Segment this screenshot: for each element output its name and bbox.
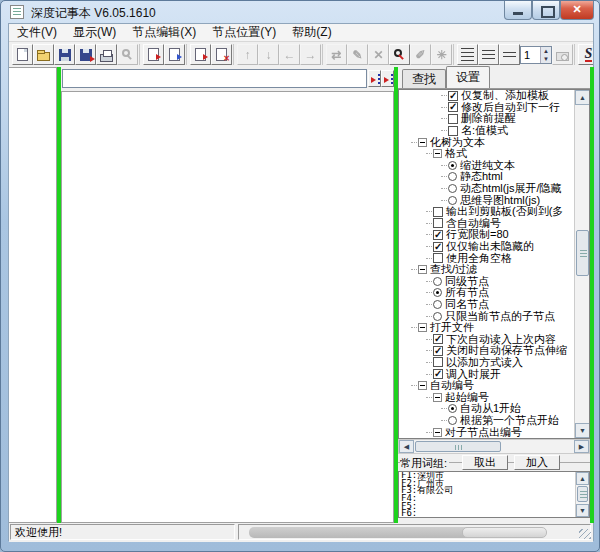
draw-pen-button[interactable]: ✐ [410,44,431,65]
tree-hscroll-thumb[interactable] [415,441,501,452]
snapshot-button[interactable] [552,44,573,65]
scroll-down-icon[interactable]: ▼ [575,423,590,438]
radio-icon[interactable] [448,161,457,170]
checkbox-icon[interactable] [448,102,458,112]
paste-node-button[interactable] [164,44,185,65]
tree-row[interactable]: 自动编号 [399,380,589,392]
radio-icon[interactable] [448,404,457,413]
signature-tool-button[interactable]: S [578,44,593,65]
move-down-button[interactable]: ↓ [258,44,279,65]
scroll-left-icon[interactable]: ◀ [399,440,414,453]
spinner-up-icon[interactable]: ▲ [541,47,551,55]
menu-item-2[interactable]: 显示(W) [65,22,124,43]
menu-item-1[interactable]: 文件(V) [9,22,65,43]
append-node-button[interactable] [381,70,394,87]
phrases-listbox[interactable]: F1:深圳市F2:广州市F3:有限公司F4:F5:F6: ▲ ▼ [398,471,590,518]
checkbox-icon[interactable] [433,230,443,240]
close-button[interactable] [560,1,594,20]
outline-medium-button[interactable] [478,44,499,65]
tree-row[interactable]: 化树为文本 [399,136,589,148]
checkbox-icon[interactable] [433,253,443,263]
delete-node-button[interactable] [211,44,232,65]
checkbox-icon[interactable] [433,357,443,367]
scroll-right-icon[interactable]: ▶ [574,440,589,453]
print-button[interactable] [96,44,117,65]
collapse-icon[interactable] [418,381,427,390]
move-right-button[interactable]: → [300,44,321,65]
tab-查找[interactable]: 查找 [402,69,446,88]
checkbox-icon[interactable] [448,126,458,136]
radio-icon[interactable] [448,184,457,193]
tree-row[interactable]: 调入时展开 [399,368,589,380]
spinner-down-icon[interactable]: ▼ [541,55,551,63]
checkbox-icon[interactable] [448,91,458,101]
radio-icon[interactable] [433,277,442,286]
phrase-list-item[interactable]: F5: [399,503,589,511]
title-bar[interactable]: 深度记事本 V6.05.1610 [1,1,600,23]
maximize-button[interactable] [532,1,560,20]
radio-icon[interactable] [448,172,457,181]
checkbox-icon[interactable] [433,242,443,252]
tree-row[interactable]: 所有节点 [399,287,589,299]
node-editor-area[interactable] [61,91,394,523]
resize-grip-icon[interactable] [579,529,591,539]
add-phrase-button[interactable]: 加入 [514,455,560,470]
phrase-list-item[interactable]: F4: [399,495,589,503]
tree-row[interactable]: 名:值模式 [399,125,589,137]
fetch-phrase-button[interactable]: 取出 [462,455,508,470]
tree-vscroll-thumb[interactable] [576,230,589,276]
radio-icon[interactable] [433,288,442,297]
move-left-button[interactable]: ← [279,44,300,65]
new-file-button[interactable] [12,44,33,65]
collapse-icon[interactable] [433,428,442,437]
tree-row[interactable]: 查找/过滤 [399,264,589,276]
phrase-list-item[interactable]: F6: [399,510,589,518]
scroll-down-icon[interactable]: ▼ [576,504,589,517]
collapse-icon[interactable] [418,265,427,274]
outline-detail-button[interactable] [457,44,478,65]
checkbox-icon[interactable] [448,114,458,124]
settings-tree[interactable]: 仅复制、添加模板修改后自动到下一行删除前提醒名:值模式化树为文本格式缩进纯文本静… [398,89,590,439]
menu-item-4[interactable]: 节点位置(Y) [204,22,284,43]
menu-item-3[interactable]: 节点编辑(X) [124,22,204,43]
reorder-node-button[interactable]: ⇄ [326,44,347,65]
format-brush-button[interactable]: ✎ [347,44,368,65]
menu-item-5[interactable]: 帮助(Z) [284,22,339,43]
tree-hscrollbar[interactable]: ◀ ▶ [398,439,590,454]
move-up-button[interactable]: ↑ [237,44,258,65]
import-file-button[interactable] [75,44,96,65]
phrase-list-item[interactable]: F3:有限公司 [399,487,589,495]
expand-burst-button[interactable]: ✳ [431,44,452,65]
collapse-icon[interactable] [433,149,442,158]
radio-icon[interactable] [433,312,442,321]
cut-node-button[interactable]: ✕ [368,44,389,65]
insert-node-button[interactable] [368,70,381,87]
scroll-up-icon[interactable]: ▲ [575,90,590,105]
radio-icon[interactable] [448,416,457,425]
scroll-up-icon[interactable]: ▲ [576,472,589,485]
zoom-button[interactable] [389,44,410,65]
tree-row[interactable]: 同级节点 [399,276,589,288]
tree-row[interactable]: 对子节点出编号 [399,426,589,438]
tree-outline-panel[interactable] [9,67,57,523]
collapse-icon[interactable] [433,393,442,402]
checkbox-icon[interactable] [433,346,443,356]
export-node-button[interactable] [190,44,211,65]
list-vscrollbar[interactable]: ▲ ▼ [575,472,589,517]
open-file-button[interactable] [33,44,54,65]
collapse-icon[interactable] [418,323,427,332]
outline-compact-button[interactable] [499,44,520,65]
list-vscroll-thumb[interactable] [577,486,588,502]
checkbox-icon[interactable] [433,334,443,344]
checkbox-icon[interactable] [433,218,443,228]
radio-icon[interactable] [448,196,457,205]
tree-vscrollbar[interactable]: ▲ ▼ [574,90,589,438]
tree-row[interactable]: 只限当前节点的子节点 [399,310,589,322]
radio-icon[interactable] [433,300,442,309]
node-text-input[interactable] [62,69,367,88]
level-spinner[interactable]: 1▲▼ [520,46,552,64]
copy-node-button[interactable] [143,44,164,65]
save-file-button[interactable] [54,44,75,65]
find-button[interactable] [117,44,138,65]
tab-设置[interactable]: 设置 [446,66,490,88]
